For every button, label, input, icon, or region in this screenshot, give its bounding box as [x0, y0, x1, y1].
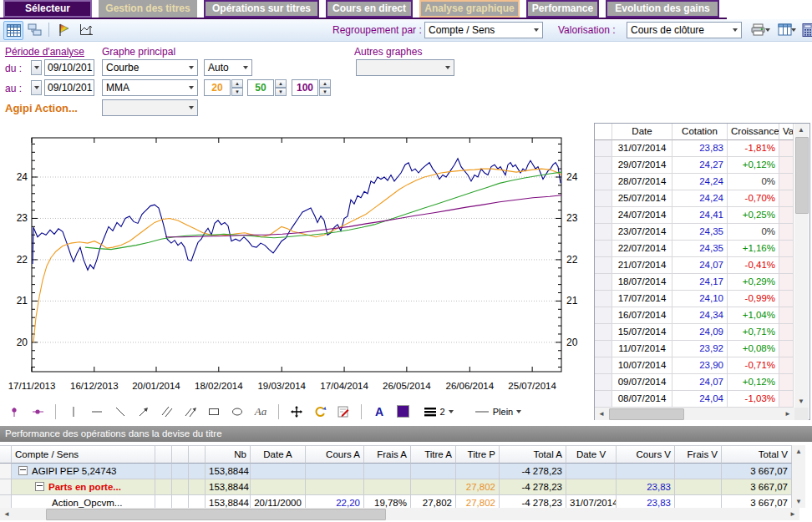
scrollbar-thumb[interactable] [795, 137, 809, 214]
ops-header-total-v[interactable]: Total V [722, 445, 792, 464]
tab-analyse-graphique[interactable]: Analyse graphique [419, 0, 520, 18]
autres-graphes-select[interactable] [356, 59, 454, 76]
ops-row[interactable]: Action_Opcvm...153,884420/11/200022,2019… [0, 495, 792, 508]
ops-header-frais-a[interactable]: Frais A [364, 445, 411, 464]
text-tool-icon[interactable]: Aa [251, 403, 270, 420]
ops-header-frais-v[interactable]: Frais V [675, 445, 722, 464]
quote-row[interactable]: 15/07/201424,09+0,71% [595, 324, 794, 341]
chart-button[interactable] [77, 21, 95, 38]
quote-row[interactable]: 18/07/201424,17+0,29% [595, 274, 794, 291]
indicateur-select[interactable]: MMA [102, 79, 198, 96]
ops-vscrollbar[interactable]: ▲ ▼ [792, 445, 805, 508]
print-options-arrow[interactable] [764, 21, 772, 38]
cards-view-button[interactable] [25, 21, 43, 38]
quote-row[interactable]: 24/07/201424,41+0,25% [595, 207, 794, 224]
ops-header-titre-a[interactable]: Titre A [411, 445, 456, 464]
scroll-left-arrow[interactable]: ◄ [0, 508, 13, 520]
quotes-header-va[interactable]: Va [779, 124, 794, 140]
quote-row[interactable]: 17/07/201424,10-0,99% [595, 291, 794, 307]
parallel-arrow-tool-icon[interactable] [181, 403, 200, 420]
au-date-field[interactable]: 09/10/201 [44, 79, 94, 96]
mma2-value[interactable]: 50 [247, 79, 274, 96]
calculator-button[interactable] [799, 21, 812, 38]
mma1-down-arrow[interactable]: ▼ [231, 88, 243, 96]
study-marker-vertical-icon[interactable] [5, 403, 23, 420]
grid-view-button[interactable] [3, 21, 23, 40]
tab-performance[interactable]: Performance [526, 0, 599, 18]
columns-options-arrow[interactable] [789, 21, 798, 38]
quote-row[interactable]: 11/07/201423,92+0,08% [595, 341, 794, 357]
scroll-right-arrow[interactable]: ► [781, 408, 794, 420]
mma3-up-arrow[interactable]: ▲ [319, 79, 331, 88]
quote-row[interactable]: 25/07/201424,24-0,70% [595, 190, 794, 207]
row-selector[interactable] [595, 374, 612, 391]
price-chart[interactable]: 2020212122222323242417/11/201316/12/2013… [0, 121, 593, 399]
ellipse-tool-icon[interactable] [228, 403, 246, 420]
scroll-up-arrow[interactable]: ▲ [794, 124, 808, 136]
graphe-type-select[interactable]: Courbe [102, 59, 198, 76]
quote-row[interactable]: 21/07/201424,07-0,41% [595, 257, 794, 274]
scroll-down-arrow[interactable]: ▼ [794, 395, 808, 408]
quote-row[interactable]: 09/07/201424,07+0,12% [595, 374, 794, 391]
horizontal-line-tool-icon[interactable] [88, 403, 106, 420]
quote-row[interactable]: 22/07/201424,35+1,16% [595, 241, 794, 257]
scroll-left-arrow[interactable]: ◄ [595, 408, 608, 420]
quotes-hscrollbar[interactable]: ◄ ► [595, 408, 794, 420]
quote-row[interactable]: 08/07/201424,04-1,03% [595, 391, 794, 408]
font-color-icon[interactable]: A [370, 403, 388, 420]
scroll-right-arrow[interactable]: ► [786, 508, 799, 520]
ops-header-compte-sens[interactable]: Compte / Sens [12, 445, 155, 464]
quotes-header-croissance[interactable]: Croissance [728, 124, 779, 140]
valorisation-select[interactable]: Cours de clôture [627, 22, 742, 38]
ops-cell-sel[interactable] [0, 479, 12, 495]
ops-row[interactable]: Parts en porte...153,884427,802-4 278,23… [0, 479, 792, 495]
row-selector[interactable] [595, 391, 612, 408]
row-selector[interactable] [595, 157, 612, 174]
mma3-spinner[interactable]: 100 ▲▼ [292, 79, 331, 96]
row-selector[interactable] [595, 241, 612, 257]
mma1-up-arrow[interactable]: ▲ [231, 79, 243, 88]
arrow-tool-icon[interactable] [134, 403, 153, 420]
row-selector[interactable] [595, 274, 612, 291]
du-date-dropdown-button[interactable] [31, 60, 42, 75]
tab-cours-en-direct[interactable]: Cours en direct [326, 0, 413, 18]
trend-line-tool-icon[interactable] [111, 403, 129, 420]
line-color-swatch[interactable] [393, 403, 412, 420]
tab-gestion-des-titres[interactable]: Gestion des titres [99, 0, 197, 18]
mma3-down-arrow[interactable]: ▼ [319, 88, 331, 96]
row-selector[interactable] [595, 257, 612, 274]
quote-row[interactable]: 10/07/201423,90-0,71% [595, 357, 794, 374]
quote-row[interactable]: 23/07/201424,350% [595, 224, 794, 241]
indicateur2-select[interactable] [102, 99, 198, 116]
mma2-spinner[interactable]: 50 ▲▼ [247, 79, 287, 96]
expand-collapse-box[interactable] [18, 466, 28, 475]
row-selector[interactable] [595, 190, 612, 207]
row-selector[interactable] [595, 224, 612, 241]
quote-row[interactable]: 31/07/201423,83-1,81% [595, 140, 794, 157]
row-selector[interactable] [595, 307, 612, 324]
ops-header-date-a[interactable]: Date A [251, 445, 306, 464]
tab-evolution-des-gains[interactable]: Evolution des gains [606, 0, 719, 18]
regroupement-select[interactable]: Compte / Sens [424, 22, 543, 38]
ops-header-nb[interactable]: Nb [206, 445, 251, 464]
quotes-vscrollbar[interactable]: ▲ ▼ [794, 124, 809, 408]
quote-row[interactable]: 16/07/201424,34+1,04% [595, 307, 794, 324]
quotes-header-cotation[interactable]: Cotation [672, 124, 728, 140]
row-selector[interactable] [595, 357, 612, 374]
mma1-value[interactable]: 20 [204, 79, 231, 96]
row-selector[interactable] [595, 341, 612, 357]
move-tool-icon[interactable] [287, 403, 306, 420]
ops-row[interactable]: AGIPI PEP 5,24743153,8844-4 278,233 667,… [0, 464, 792, 479]
mma2-down-arrow[interactable]: ▼ [275, 88, 287, 96]
row-selector[interactable] [595, 174, 612, 190]
au-date-dropdown-button[interactable] [31, 80, 42, 95]
rectangle-tool-icon[interactable] [205, 403, 223, 420]
rotate-tool-icon[interactable] [311, 403, 329, 420]
du-date-field[interactable]: 09/10/201 [44, 59, 94, 76]
ops-header-titre-p[interactable]: Titre P [456, 445, 500, 464]
expand-collapse-box[interactable] [35, 482, 44, 491]
echelle-select[interactable]: Auto [204, 59, 252, 76]
tab-s-lecteur[interactable]: Sélecteur [3, 0, 92, 18]
row-selector[interactable] [595, 291, 612, 307]
line-style-select[interactable]: Plein [465, 403, 530, 420]
